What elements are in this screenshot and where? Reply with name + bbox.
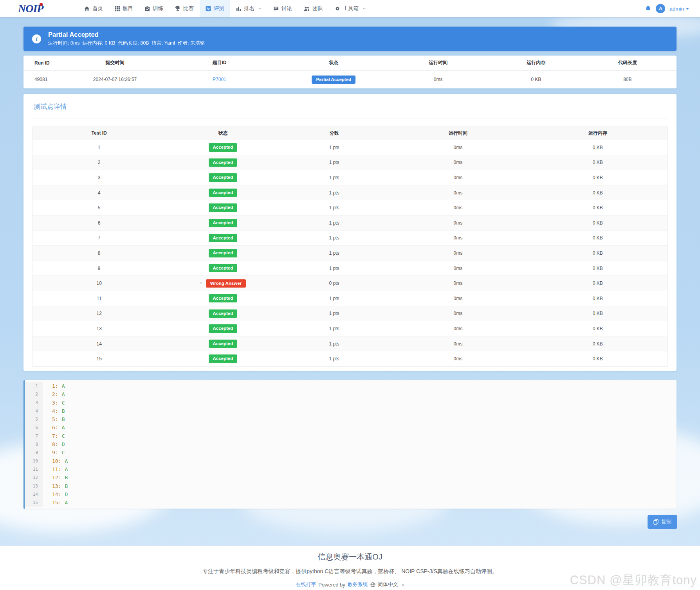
problem-link[interactable]: P7001	[213, 77, 226, 82]
test-time: 0ms	[388, 230, 528, 246]
test-status-cell: Accepted	[166, 246, 280, 261]
nav-item-home[interactable]: 首页	[78, 0, 109, 17]
logo-red-dot	[40, 3, 43, 6]
chat-bubble-icon	[273, 6, 279, 11]
test-id: 15	[32, 351, 166, 367]
typing-link[interactable]: 在线打字	[296, 581, 316, 588]
code-key: 11:	[52, 466, 61, 472]
clipboard-check-icon	[145, 6, 150, 11]
line-number: 2	[25, 390, 43, 398]
test-memory: 0 KB	[528, 261, 668, 276]
language-selector[interactable]: 简体中文	[378, 581, 398, 588]
code-text: 2:A	[43, 390, 65, 398]
test-status-cell: Accepted	[166, 351, 280, 367]
line-number: 14	[25, 490, 43, 498]
code-value: B	[62, 416, 65, 422]
footer-site-title: 信息奥赛一本通OJ	[0, 546, 700, 562]
test-status-cell: Accepted	[166, 155, 280, 170]
status-banner: i Partial Accepted 运行时间: 0ms 运行内存: 0 KB …	[23, 27, 677, 51]
test-time: 0ms	[388, 336, 528, 351]
col-run-time: 运行时间	[382, 56, 494, 70]
bell-icon[interactable]	[645, 5, 651, 12]
code-text: 15:A	[43, 498, 68, 507]
nav-item-label: 讨论	[281, 5, 292, 12]
table-row: 14 Accepted 1 pts 0ms 0 KB	[32, 336, 668, 351]
code-key: 10:	[52, 458, 61, 464]
test-memory: 0 KB	[528, 291, 668, 306]
test-id: 5	[32, 200, 166, 216]
code-value: A	[65, 500, 68, 505]
nav-item-contest[interactable]: 比赛	[169, 0, 200, 17]
code-value: D	[62, 441, 65, 447]
status-badge: Partial Accepted	[312, 76, 355, 84]
test-score: 1 pts	[280, 351, 388, 367]
status-badge: Accepted	[209, 249, 238, 257]
status-badge: Accepted	[209, 203, 238, 212]
code-value: D	[65, 491, 68, 497]
user-menu[interactable]: admin	[669, 6, 689, 12]
nav-item-toolbox[interactable]: 工具箱	[329, 0, 372, 17]
test-status-cell: Accepted	[166, 261, 280, 276]
tests-header-row: Test ID 状态 分数 运行时间 运行内存	[32, 126, 668, 140]
users-icon	[304, 6, 310, 11]
test-time: 0ms	[388, 246, 528, 261]
nav-item-problems[interactable]: 题目	[109, 0, 139, 17]
status-badge: Accepted	[209, 234, 238, 243]
bar-chart-icon	[236, 6, 241, 11]
col-run-memory: 运行内存	[494, 56, 579, 70]
run-info-card: Run ID 提交时间 题目ID 状态 运行时间 运行内存 代码长度 49081…	[23, 56, 677, 88]
code-value: B	[65, 475, 68, 480]
tests-table-wrap: Test ID 状态 分数 运行时间 运行内存 1 Accepted 1 pts…	[32, 126, 668, 367]
test-score: 1 pts	[280, 155, 388, 170]
test-score: 1 pts	[280, 321, 388, 336]
line-number: 3	[25, 399, 43, 407]
powered-by-text: Powered by	[318, 582, 345, 588]
status-badge: Accepted	[209, 340, 238, 348]
status-badge: Accepted	[209, 143, 238, 152]
line-number: 10	[25, 457, 43, 465]
avatar[interactable]: A	[656, 4, 665, 13]
test-id: 13	[32, 321, 166, 336]
trophy-icon	[175, 6, 180, 11]
test-id: 7	[32, 230, 166, 246]
code-text: 1:A	[43, 382, 65, 390]
table-row: 15 Accepted 1 pts 0ms 0 KB	[32, 351, 668, 367]
nav-item-judge[interactable]: 评测	[200, 0, 230, 17]
test-status-cell: Accepted	[166, 321, 280, 336]
nav-item-team[interactable]: 团队	[298, 0, 329, 17]
user-name: admin	[669, 6, 684, 12]
code-key: 8:	[52, 441, 58, 447]
nav-item-training[interactable]: 训练	[139, 0, 169, 17]
test-details-card: 测试点详情 Test ID 状态 分数 运行时间 运行内存 1 Accepted…	[23, 94, 677, 371]
system-link[interactable]: 教务系统	[348, 581, 368, 588]
code-key: 3:	[52, 400, 58, 406]
noip-logo[interactable]: NOIP	[18, 2, 54, 15]
copy-button[interactable]: 复制	[648, 515, 677, 529]
code-line: 1414:D	[25, 490, 677, 498]
test-time: 0ms	[388, 321, 528, 336]
table-row: 13 Accepted 1 pts 0ms 0 KB	[32, 321, 668, 336]
test-id: 2	[32, 155, 166, 170]
line-number: 1	[25, 382, 43, 390]
nav-item-ranking[interactable]: 排名	[230, 0, 267, 17]
test-score: 1 pts	[280, 170, 388, 185]
col-test-score: 分数	[280, 126, 388, 140]
status-badge: Accepted	[209, 219, 238, 227]
test-status-cell: Accepted	[166, 230, 280, 246]
code-value: B	[65, 483, 68, 489]
status-badge: Accepted	[209, 158, 238, 167]
test-memory: 0 KB	[528, 230, 668, 246]
nav-item-discuss[interactable]: 讨论	[267, 0, 298, 17]
code-value: C	[62, 433, 65, 439]
run-info-table: Run ID 提交时间 题目ID 状态 运行时间 运行内存 代码长度 49081…	[23, 56, 677, 88]
section-title: 测试点详情	[32, 94, 668, 119]
test-time: 0ms	[388, 291, 528, 306]
test-score: 1 pts	[280, 215, 388, 230]
test-memory: 0 KB	[528, 321, 668, 336]
test-status-cell: ›Wrong Answer	[166, 276, 280, 291]
test-memory: 0 KB	[528, 215, 668, 230]
table-row: 1 Accepted 1 pts 0ms 0 KB	[32, 140, 668, 155]
home-icon	[84, 6, 90, 11]
chevron-right-icon[interactable]: ›	[200, 279, 202, 286]
run-id-value: 49081	[23, 70, 76, 88]
